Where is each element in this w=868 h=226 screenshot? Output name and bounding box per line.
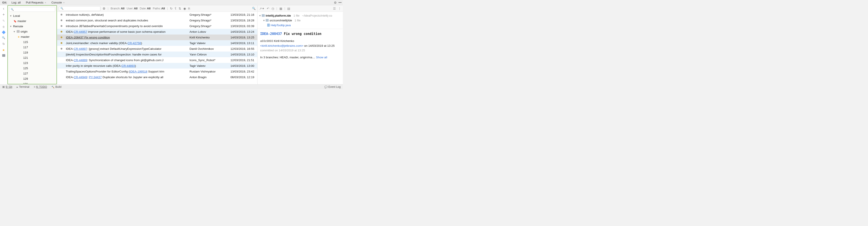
chevron-down-icon: ▾ [10, 14, 12, 17]
commit-row[interactable]: IDEA-CR-44957 improve performance of som… [57, 29, 257, 35]
commit-author: Daniil Ovchinnikov [189, 47, 224, 50]
commit-author: Anton Bragin [189, 76, 224, 79]
local-label: Local [13, 14, 20, 17]
code-review-link[interactable]: CR-44893 [121, 64, 135, 68]
module-row[interactable]: ▾ intellij.platform.ide 1 file ~/IdeaPro… [259, 13, 341, 18]
commit-dot-icon [61, 42, 62, 44]
status-build[interactable]: Build [52, 85, 61, 88]
commit-row[interactable]: Infer purity in simple recursive calls (… [57, 63, 257, 69]
code-review-link[interactable]: CR-44889 [74, 59, 87, 62]
edit-icon[interactable] [2, 19, 6, 23]
branch-line[interactable]: 123 [8, 60, 57, 66]
local-branch-master[interactable]: master [8, 18, 57, 24]
commit-row[interactable]: IDEA-CR-44949: PY-34437 Duplicate shortc… [57, 74, 257, 80]
collapse-icon[interactable]: ▤ [287, 7, 290, 10]
commit-row[interactable]: extract common json, structural search a… [57, 17, 257, 23]
code-review-link[interactable]: CR-42756 [128, 41, 141, 45]
commit-row[interactable]: introduce nullize(s, defValue)Gregory.Sh… [57, 12, 257, 17]
back-icon[interactable] [2, 6, 6, 10]
group-icon[interactable]: ▦ [279, 7, 282, 10]
commit-details-panel: ↗✦ ↶ ◷ | ▦ | ▤ ☰ ⋮ ▾ intellij.platform.i… [257, 5, 343, 84]
status-bar: 9: Git Terminal 6: TODO Build Event Log [0, 84, 343, 89]
branch-line[interactable]: 129 [8, 76, 57, 81]
expand-icon[interactable]: ↗✦ [259, 7, 265, 10]
branch-line[interactable]: 115 [8, 39, 57, 44]
status-git[interactable]: 9: Git [2, 85, 12, 88]
code-review-link[interactable]: PY-34437 [89, 76, 102, 79]
remote-origin[interactable]: ▾ origin [8, 29, 57, 34]
sort-icon[interactable]: ⇅ [179, 7, 181, 10]
favorite-icon[interactable] [2, 48, 6, 52]
eye-icon[interactable]: ◉ [183, 7, 186, 10]
search-icon[interactable]: 🔍 [252, 7, 255, 10]
diamond-icon[interactable] [2, 31, 5, 34]
local-group[interactable]: ▾ Local [8, 13, 57, 18]
gear-icon[interactable] [334, 1, 337, 4]
issue-link[interactable]: IDEA-208437 [260, 32, 282, 36]
commit-row[interactable]: [devkit] InspectionDescriptionNotFoundIn… [57, 51, 257, 57]
branch-line[interactable]: 117 [8, 44, 57, 50]
refresh-icon[interactable]: ↻ [170, 7, 173, 10]
commit-author: Tagir Valeev [189, 41, 224, 45]
user-filter[interactable]: User: All [127, 7, 137, 10]
remote-group[interactable]: ▾ Remote [8, 24, 57, 29]
branch-line[interactable]: 125 [8, 66, 57, 71]
date-filter[interactable]: Date: All [140, 7, 151, 10]
status-todo[interactable]: 6: TODO [34, 85, 47, 88]
commit-author: Rustam Vishnyakov [189, 70, 224, 73]
star-icon [18, 35, 20, 38]
file-row[interactable]: HelpTooltip.java [259, 23, 341, 28]
tab-console[interactable]: Console × [50, 1, 66, 4]
graph-cell [57, 20, 66, 21]
code-review-link[interactable]: CR-44949 [74, 76, 87, 79]
branch-line[interactable]: 131 [8, 81, 57, 84]
delete-icon[interactable] [2, 25, 6, 29]
branch-filter[interactable]: Branch: All [111, 7, 124, 10]
show-all-link[interactable]: Show all [316, 56, 327, 59]
commit-date: 06/03/2019, 12:19 [224, 76, 257, 79]
history-icon[interactable]: ◷ [272, 7, 274, 10]
commit-date: 14/03/2019, 13:10 [224, 53, 257, 56]
paths-filter[interactable]: Paths: All [153, 7, 165, 10]
branch-name: master [18, 20, 26, 23]
folder-icon [266, 19, 269, 22]
commit-dot-icon [61, 31, 62, 33]
code-review-link[interactable]: CR-44897 [74, 47, 87, 50]
commit-row[interactable]: IDEA-CR-44897: [groovy] extract DefaultU… [57, 46, 257, 51]
graph-cell [57, 31, 66, 33]
cherry-pick-icon[interactable]: ʕ [175, 7, 176, 10]
settings-icon[interactable]: ☰ [333, 7, 336, 10]
align-bottom-icon[interactable] [2, 64, 5, 66]
code-review-link[interactable]: IDEA-199518 [129, 70, 147, 73]
branch-line[interactable]: 119 [8, 50, 57, 55]
commit-row[interactable]: JoinLinesHandler: check marker validity … [57, 40, 257, 46]
more-icon[interactable]: ⋮ [338, 7, 341, 10]
author-email[interactable]: <kirill.kirichenko@jetbrains.com> [260, 44, 304, 47]
remote-branch-master[interactable]: master [8, 34, 57, 39]
search-settings-icon[interactable] [103, 7, 105, 10]
status-eventlog[interactable]: Event Log [324, 85, 341, 88]
layout-icon[interactable] [2, 54, 5, 57]
branches-search-input[interactable] [9, 7, 55, 12]
undo-icon[interactable]: ↶ [267, 7, 269, 10]
folder-row[interactable]: ▾ src/com/intellij/ide 1 file [259, 18, 341, 23]
code-review-link[interactable]: CR-44957 [74, 30, 87, 33]
close-icon[interactable]: × [63, 1, 65, 4]
new-tab-icon[interactable]: ⎘ [188, 7, 190, 10]
close-icon[interactable]: × [45, 1, 46, 4]
tab-pull-requests[interactable]: Pull Requests × [24, 1, 48, 4]
branch-line[interactable]: 121 [8, 55, 57, 60]
branch-line[interactable]: 127 [8, 71, 57, 76]
minimize-icon[interactable] [339, 2, 342, 3]
refresh-icon[interactable] [2, 42, 6, 46]
tab-log-all[interactable]: Log: all [10, 1, 22, 4]
commit-row[interactable]: introduce JBTabbedPane#tabComponentInset… [57, 23, 257, 29]
add-icon[interactable] [2, 13, 6, 16]
search-icon[interactable] [2, 36, 6, 40]
commit-row[interactable]: IDEA-CR-44889: Synchronization of change… [57, 57, 257, 63]
commit-row[interactable]: IDEA-208437 Fix wrong conditionKirill Ki… [57, 35, 257, 40]
align-top-icon[interactable] [2, 59, 5, 62]
commit-row[interactable]: TrailingSpacesOptionsProvider for Editor… [57, 69, 257, 74]
commit-search-input[interactable] [59, 6, 100, 11]
status-terminal[interactable]: Terminal [17, 85, 29, 88]
